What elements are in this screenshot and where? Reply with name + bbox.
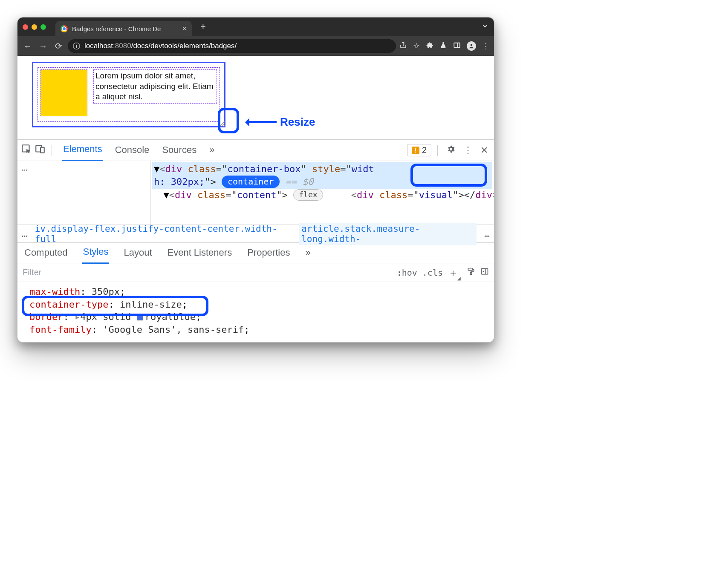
omnibox[interactable]: ⓘ localhost:8080/docs/devtools/elements/… xyxy=(68,39,396,53)
svg-rect-7 xyxy=(468,268,472,271)
share-icon[interactable] xyxy=(399,41,407,51)
crumb-left-ellipsis[interactable]: … xyxy=(22,229,27,239)
crumb-1[interactable]: iv.display-flex.justify-content-center.w… xyxy=(35,224,292,244)
issues-count: 2 xyxy=(422,145,427,155)
visual-square xyxy=(40,69,87,116)
styles-rules[interactable]: max-width: 350px; container-type: inline… xyxy=(17,282,494,342)
inspect-element-icon[interactable] xyxy=(21,144,32,157)
elements-dom-tree: ⋯ ▼<div class="container-box" style="wid… xyxy=(17,161,494,225)
flex-badge[interactable]: flex xyxy=(293,189,323,200)
container-badge[interactable]: container xyxy=(222,176,280,188)
tab-sources[interactable]: Sources xyxy=(161,140,197,161)
dom-row-visual[interactable]: <div class="visual"></div> xyxy=(329,190,494,200)
subtab-properties[interactable]: Properties xyxy=(246,243,291,263)
devtools-close-icon[interactable]: ✕ xyxy=(478,145,491,156)
nav-forward-button[interactable]: → xyxy=(37,41,49,51)
devtools-panel: Elements Console Sources » ! 2 ⋮ ✕ ⋯ ▼<d… xyxy=(17,139,494,342)
chrome-menu-icon[interactable]: ⋮ xyxy=(482,41,490,51)
container-box-element[interactable]: Lorem ipsum dolor sit amet, consectetur … xyxy=(32,62,225,127)
styles-filter-input[interactable]: Filter xyxy=(23,268,392,277)
css-decl-font-family[interactable]: font-family: 'Google Sans', sans-serif; xyxy=(29,323,489,336)
disclosure-triangle-icon[interactable]: ▼ xyxy=(154,164,159,174)
subtab-event-listeners[interactable]: Event Listeners xyxy=(167,243,233,263)
svg-rect-9 xyxy=(482,268,488,274)
browser-tab[interactable]: Badges reference - Chrome De × xyxy=(55,21,192,36)
svg-rect-6 xyxy=(40,147,44,153)
tab-console[interactable]: Console xyxy=(114,140,150,161)
annotation-ring-container-type xyxy=(22,296,208,316)
new-style-rule-icon[interactable]: ＋◢ xyxy=(448,266,462,280)
extensions-puzzle-icon[interactable] xyxy=(426,41,433,51)
devtools-menu-icon[interactable]: ⋮ xyxy=(461,145,475,156)
dom-row-content[interactable]: ▼<div class="content"> flex xyxy=(152,190,323,200)
titlebar: Badges reference - Chrome De × + xyxy=(17,17,494,36)
close-tab-icon[interactable]: × xyxy=(182,24,187,33)
site-info-icon[interactable]: ⓘ xyxy=(73,41,80,51)
warning-icon: ! xyxy=(412,147,419,154)
lorem-text: Lorem ipsum dolor sit amet, consectetur … xyxy=(95,71,215,102)
dom-breadcrumb[interactable]: … iv.display-flex.justify-content-center… xyxy=(17,225,494,243)
styles-filter-row: Filter :hov .cls ＋◢ xyxy=(17,263,494,282)
url-path: /docs/devtools/elements/badges/ xyxy=(131,42,237,50)
paint-format-icon[interactable] xyxy=(467,267,475,278)
profile-avatar-icon[interactable] xyxy=(467,41,476,51)
minimize-window-icon[interactable] xyxy=(32,24,37,30)
cls-toggle[interactable]: .cls xyxy=(422,268,443,278)
lorem-wrapper: Lorem ipsum dolor sit amet, consectetur … xyxy=(93,69,217,104)
labs-flask-icon[interactable] xyxy=(439,41,447,51)
tab-title: Badges reference - Chrome De xyxy=(72,25,178,32)
window-controls xyxy=(23,24,46,30)
issues-badge[interactable]: ! 2 xyxy=(407,144,431,156)
annotation-ring-container-badge xyxy=(410,164,487,187)
tab-list-chevron-icon[interactable] xyxy=(481,22,489,32)
subtab-styles[interactable]: Styles xyxy=(82,242,110,264)
nav-back-button[interactable]: ← xyxy=(22,41,34,51)
side-panel-icon[interactable] xyxy=(453,41,461,51)
subtab-computed[interactable]: Computed xyxy=(23,243,69,263)
close-window-icon[interactable] xyxy=(23,24,28,30)
annotation-arrow: Resize xyxy=(247,115,315,129)
nav-reload-button[interactable]: ⟳ xyxy=(52,41,64,51)
crumb-right-ellipsis[interactable]: … xyxy=(484,229,490,239)
devtools-main-tabs: Elements Console Sources » xyxy=(58,139,220,161)
styles-subpanel-tabs: Computed Styles Layout Event Listeners P… xyxy=(17,243,494,263)
more-tabs-icon[interactable]: » xyxy=(208,140,215,161)
chrome-favicon-icon xyxy=(61,25,68,32)
content-flex-wrapper: Lorem ipsum dolor sit amet, consectetur … xyxy=(38,67,220,122)
subtab-more-icon[interactable]: » xyxy=(304,243,311,263)
toggle-sidebar-icon[interactable] xyxy=(480,267,489,278)
device-toggle-icon[interactable] xyxy=(35,144,46,157)
annotation-label: Resize xyxy=(280,115,315,129)
new-tab-button[interactable]: + xyxy=(200,21,206,32)
tab-elements[interactable]: Elements xyxy=(62,139,103,161)
arrow-icon xyxy=(247,121,277,123)
dom-left-ellipsis[interactable]: ⋯ xyxy=(17,161,150,225)
annotation-ring-resize xyxy=(218,108,239,133)
page-viewport: Lorem ipsum dolor sit amet, consectetur … xyxy=(17,56,494,139)
maximize-window-icon[interactable] xyxy=(40,24,46,30)
address-bar: ← → ⟳ ⓘ localhost:8080/docs/devtools/ele… xyxy=(17,36,494,56)
svg-point-3 xyxy=(471,44,473,46)
svg-rect-8 xyxy=(470,273,471,275)
selected-indicator: == $0 xyxy=(286,176,314,187)
devtools-settings-icon[interactable] xyxy=(444,144,458,156)
crumb-2[interactable]: article.stack.measure-long.width- xyxy=(299,223,477,245)
devtools-toolbar: Elements Console Sources » ! 2 ⋮ ✕ xyxy=(17,140,494,161)
url-port: :8080 xyxy=(113,42,131,50)
hov-toggle[interactable]: :hov xyxy=(397,268,417,278)
url-host: localhost xyxy=(84,42,113,50)
svg-rect-1 xyxy=(454,43,460,47)
bookmark-star-icon[interactable]: ☆ xyxy=(413,41,420,51)
subtab-layout[interactable]: Layout xyxy=(123,243,153,263)
browser-window: Badges reference - Chrome De × + ← → ⟳ ⓘ… xyxy=(17,17,494,343)
